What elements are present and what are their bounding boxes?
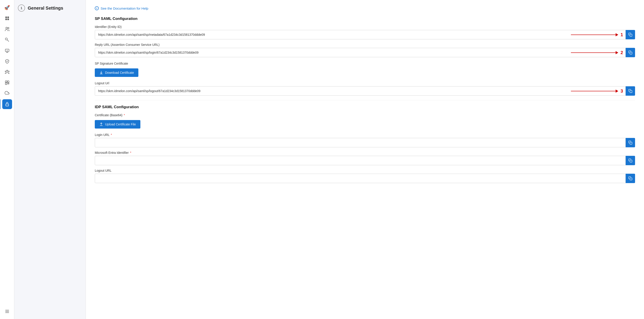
step-number: 1 [18, 4, 25, 12]
reply-url-input[interactable] [95, 48, 626, 57]
reply-url-input-row [95, 48, 635, 57]
shield-icon[interactable] [2, 56, 12, 66]
logout-url-input[interactable] [95, 86, 626, 96]
lock-icon[interactable] [2, 99, 12, 109]
login-url-input[interactable] [95, 138, 626, 147]
svg-rect-3 [8, 18, 9, 20]
idp-logout-url-copy-button[interactable] [626, 174, 635, 183]
idp-logout-url-input[interactable] [95, 174, 626, 183]
team-icon[interactable] [2, 67, 12, 77]
left-panel: 1 General Settings [14, 0, 86, 319]
logout-url-copy-button[interactable] [626, 86, 635, 96]
reply-url-copy-button[interactable] [626, 48, 635, 57]
svg-rect-12 [5, 81, 7, 82]
svg-rect-0 [5, 16, 7, 18]
sp-saml-title: SP SAML Configuration [95, 16, 635, 21]
svg-rect-15 [6, 104, 8, 106]
sidebar: 🚀 [0, 0, 14, 319]
upload-cert-label: Upload Certificate File [105, 122, 136, 126]
logout-url-label: Logout Url [95, 81, 635, 85]
svg-rect-13 [7, 81, 9, 82]
cert-base64-label: Certificate (Base64) * [95, 113, 635, 117]
idp-logout-url-input-row [95, 174, 635, 183]
svg-rect-14 [5, 83, 7, 84]
ms-entra-input-row [95, 156, 635, 165]
page-title: General Settings [28, 6, 63, 11]
sp-signature-label: SP Signature Certificate [95, 62, 635, 65]
svg-point-9 [6, 70, 8, 72]
svg-rect-19 [630, 142, 632, 144]
ms-entra-required-mark: * [130, 151, 131, 154]
login-url-label: Login URL * [95, 133, 635, 136]
identifier-label: Identifier (Entity ID) [95, 25, 635, 28]
svg-rect-2 [5, 18, 7, 20]
svg-point-4 [6, 27, 7, 29]
svg-point-5 [8, 28, 9, 29]
ms-entra-copy-button[interactable] [626, 156, 635, 165]
main-content: i See the Documentation for Help SP SAML… [86, 0, 644, 319]
reply-url-label: Reply URL (Assertion Consumer Service UR… [95, 43, 635, 46]
identifier-copy-button[interactable] [626, 30, 635, 39]
logout-url-input-row [95, 86, 635, 96]
dashboard-icon[interactable] [2, 14, 12, 23]
puzzle-icon[interactable] [2, 78, 12, 88]
svg-rect-21 [630, 178, 632, 180]
download-cert-label: Download Certificate [105, 71, 134, 74]
svg-rect-1 [8, 16, 9, 18]
ms-entra-input[interactable] [95, 156, 626, 165]
identifier-input-row [95, 30, 635, 39]
cert-required-mark: * [124, 113, 125, 117]
idp-logout-url-label: Logout URL [95, 169, 635, 172]
download-certificate-button[interactable]: Download Certificate [95, 68, 138, 77]
svg-rect-18 [630, 90, 632, 93]
doc-link-text: See the Documentation for Help [100, 6, 148, 10]
info-icon: i [95, 6, 99, 10]
doc-link[interactable]: i See the Documentation for Help [95, 6, 635, 10]
login-url-input-row [95, 138, 635, 147]
svg-rect-16 [630, 34, 632, 36]
svg-point-10 [5, 71, 6, 72]
identifier-input[interactable] [95, 30, 626, 39]
key-icon[interactable] [2, 35, 12, 45]
login-url-copy-button[interactable] [626, 138, 635, 147]
step-header: 1 General Settings [18, 4, 82, 12]
svg-point-11 [8, 71, 9, 72]
users-icon[interactable] [2, 24, 12, 34]
reply-url-container: 2 [95, 48, 635, 57]
upload-certificate-button[interactable]: Upload Certificate File [95, 120, 140, 128]
svg-rect-17 [630, 52, 632, 54]
ms-entra-label: Microsoft Entra Identifier * [95, 151, 635, 154]
logout-url-container: 3 [95, 86, 635, 96]
svg-rect-20 [630, 160, 632, 162]
identifier-field-container: 1 [95, 30, 635, 39]
rocket-icon[interactable]: 🚀 [2, 3, 12, 12]
svg-point-8 [7, 50, 8, 51]
agent-icon[interactable] [2, 46, 12, 56]
hamburger-menu-icon[interactable] [2, 306, 12, 316]
login-url-required-mark: * [111, 133, 112, 136]
cloud-icon[interactable] [2, 88, 12, 98]
idp-saml-title: IDP SAML Configuration [95, 105, 635, 109]
